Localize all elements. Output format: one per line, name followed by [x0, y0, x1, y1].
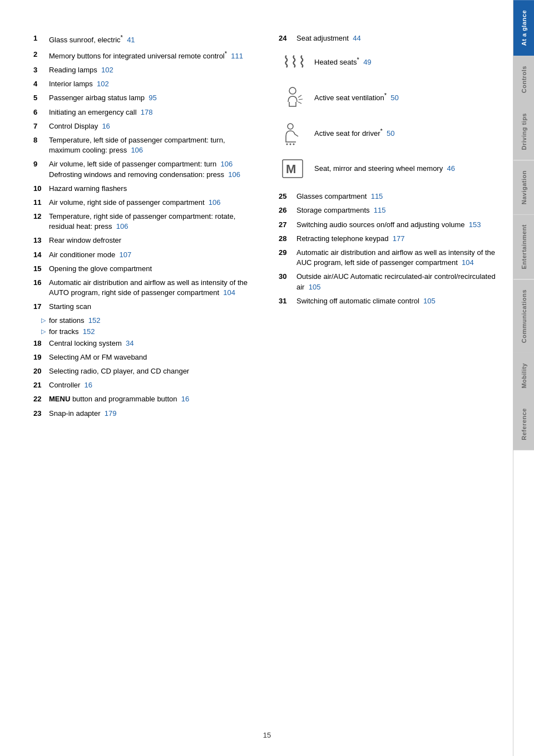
- svg-point-1: [289, 87, 296, 94]
- page-link-29[interactable]: 104: [462, 258, 474, 267]
- sidebar-tab-controls[interactable]: Controls: [513, 56, 535, 103]
- page-link-17b[interactable]: 152: [83, 327, 95, 336]
- svg-line-3: [299, 99, 303, 100]
- entry-num-1: 1: [33, 33, 49, 46]
- sidebar-tab-reference[interactable]: Reference: [513, 398, 535, 450]
- page-link-11[interactable]: 106: [209, 198, 221, 207]
- entry-text-26: Storage compartments 115: [296, 205, 496, 215]
- page-link-9a[interactable]: 106: [221, 160, 233, 168]
- entry-12: 12 Temperature, right side of passenger …: [33, 212, 251, 232]
- right-column: 24 Seat adjustment 44 ⌇⌇⌇ Heated seats* …: [273, 33, 496, 734]
- entry-23: 23 Snap-in adapter 179: [33, 409, 251, 419]
- page-link-25[interactable]: 115: [371, 192, 383, 200]
- seat-ventilation-icon: [280, 85, 305, 110]
- page-link-2[interactable]: 111: [231, 52, 243, 60]
- entry-1: 1 Glass sunroof, electric* 41: [33, 33, 251, 46]
- sidebar-tab-mobility[interactable]: Mobility: [513, 353, 535, 399]
- page-link-26[interactable]: 115: [374, 206, 386, 214]
- entry-16: 16 Automatic air distribution and airflo…: [33, 278, 251, 298]
- entry-text-1: Glass sunroof, electric* 41: [49, 33, 251, 46]
- entry-text-21: Controller 16: [49, 380, 251, 390]
- page-link-3[interactable]: 102: [101, 66, 113, 74]
- page-link-24[interactable]: 44: [353, 34, 360, 42]
- sub-text-17b: for tracks 152: [49, 327, 95, 336]
- page-link-6[interactable]: 178: [141, 108, 153, 116]
- svg-text:⌇⌇⌇: ⌇⌇⌇: [283, 53, 305, 71]
- entry-num-8: 8: [33, 135, 49, 155]
- page-link-seat-memory[interactable]: 46: [447, 164, 454, 173]
- svg-text:M: M: [286, 162, 296, 176]
- page-link-seat-driver[interactable]: 50: [387, 130, 394, 138]
- sidebar-tab-communications[interactable]: Communications: [513, 279, 535, 353]
- entry-27: 27 Switching audio sources on/off and ad…: [279, 220, 496, 230]
- svg-point-5: [288, 124, 293, 129]
- page-number: 15: [263, 731, 271, 739]
- page-link-16[interactable]: 104: [223, 288, 235, 297]
- entry-text-19: Selecting AM or FM waveband: [49, 352, 251, 362]
- sidebar-tab-navigation[interactable]: Navigation: [513, 160, 535, 214]
- entry-text-12: Temperature, right side of passenger com…: [49, 212, 251, 232]
- page-link-9b[interactable]: 106: [228, 170, 240, 179]
- entry-text-29: Automatic air distribution and airflow a…: [296, 248, 496, 268]
- page-link-8[interactable]: 106: [131, 146, 143, 154]
- page-link-1[interactable]: 41: [127, 36, 135, 44]
- page-link-28[interactable]: 177: [393, 234, 405, 243]
- entry-10: 10 Hazard warning flashers: [33, 184, 251, 194]
- entry-text-16: Automatic air distribution and airflow a…: [49, 278, 251, 298]
- entry-num-17: 17: [33, 302, 49, 312]
- page-link-5[interactable]: 95: [149, 94, 156, 102]
- svg-point-7: [290, 144, 291, 145]
- page-link-17a[interactable]: 152: [88, 316, 101, 325]
- left-column: 1 Glass sunroof, electric* 41 2 Memory b…: [33, 33, 262, 734]
- page-link-14[interactable]: 107: [119, 251, 131, 259]
- page-link-12[interactable]: 106: [116, 222, 128, 230]
- seat-ventilation-text: Active seat ventilation* 50: [314, 91, 496, 104]
- page-link-27[interactable]: 153: [469, 220, 481, 229]
- entry-num-18: 18: [33, 338, 49, 348]
- entry-13: 13 Rear window defroster: [33, 235, 251, 246]
- entry-num-13: 13: [33, 235, 49, 246]
- entry-text-31: Switching off automatic climate control …: [296, 296, 496, 306]
- entry-num-24: 24: [279, 33, 296, 43]
- seat-driver-text: Active seat for driver* 50: [314, 127, 496, 139]
- heated-seats-text: Heated seats* 49: [314, 56, 496, 68]
- entry-num-27: 27: [279, 220, 296, 230]
- entry-text-24: Seat adjustment 44: [296, 33, 496, 43]
- svg-line-2: [298, 95, 301, 97]
- entry-num-5: 5: [33, 93, 49, 103]
- entry-text-8: Temperature, left side of passenger comp…: [49, 135, 251, 155]
- page-link-7[interactable]: 16: [102, 122, 110, 130]
- page-link-21[interactable]: 16: [85, 381, 92, 389]
- page-link-seat-ventilation[interactable]: 50: [390, 94, 398, 102]
- entry-num-23: 23: [33, 409, 49, 419]
- page-link-31[interactable]: 105: [423, 297, 436, 305]
- entry-num-12: 12: [33, 212, 49, 232]
- entry-num-4: 4: [33, 79, 49, 89]
- entry-text-20: Selecting radio, CD player, and CD chang…: [49, 366, 251, 376]
- entry-26: 26 Storage compartments 115: [279, 205, 496, 215]
- entry-num-26: 26: [279, 205, 296, 215]
- page-link-heated-seats[interactable]: 49: [363, 58, 371, 67]
- entry-6: 6 Initiating an emergency call 178: [33, 107, 251, 117]
- entry-num-22: 22: [33, 394, 49, 404]
- entry-text-9: Air volume, left side of passenger compa…: [49, 159, 251, 179]
- sidebar-tab-at-a-glance[interactable]: At a glance: [513, 0, 535, 56]
- entry-text-6: Initiating an emergency call 178: [49, 107, 251, 117]
- sidebar-tab-driving-tips[interactable]: Driving tips: [513, 103, 535, 160]
- page-link-23[interactable]: 179: [105, 409, 117, 418]
- entry-num-11: 11: [33, 198, 49, 208]
- page-link-4[interactable]: 102: [97, 80, 109, 88]
- page-link-22[interactable]: 16: [181, 395, 189, 403]
- svg-point-8: [293, 144, 295, 145]
- page-link-18[interactable]: 34: [126, 339, 134, 347]
- entry-text-25: Glasses compartment 115: [296, 192, 496, 202]
- entry-num-20: 20: [33, 366, 49, 376]
- entry-num-3: 3: [33, 65, 49, 75]
- entry-21: 21 Controller 16: [33, 380, 251, 390]
- entry-num-6: 6: [33, 107, 49, 117]
- entry-14: 14 Air conditioner mode 107: [33, 250, 251, 260]
- entry-text-15: Opening the glove compartment: [49, 264, 251, 274]
- sidebar-tab-entertainment[interactable]: Entertainment: [513, 214, 535, 279]
- page-link-30[interactable]: 105: [309, 283, 321, 291]
- entry-text-18: Central locking system 34: [49, 338, 251, 348]
